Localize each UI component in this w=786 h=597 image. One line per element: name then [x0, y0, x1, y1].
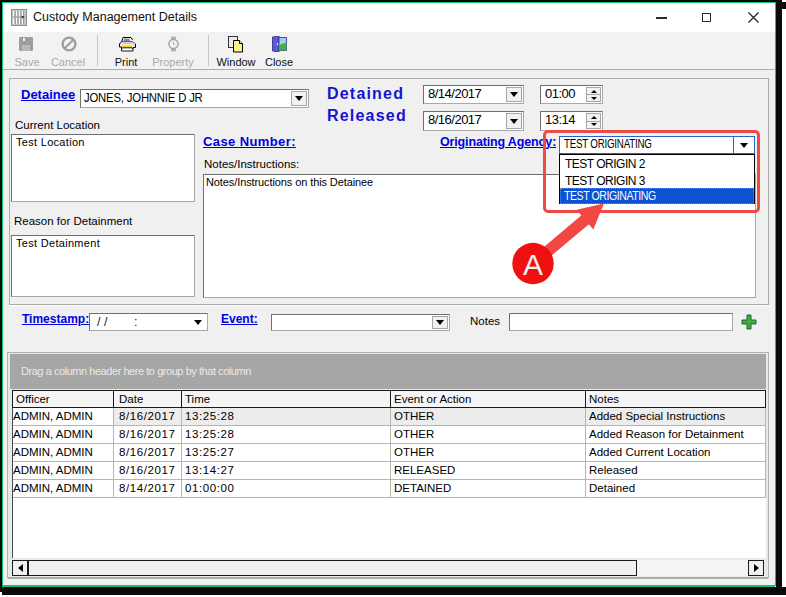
svg-text:A: A [523, 248, 543, 281]
